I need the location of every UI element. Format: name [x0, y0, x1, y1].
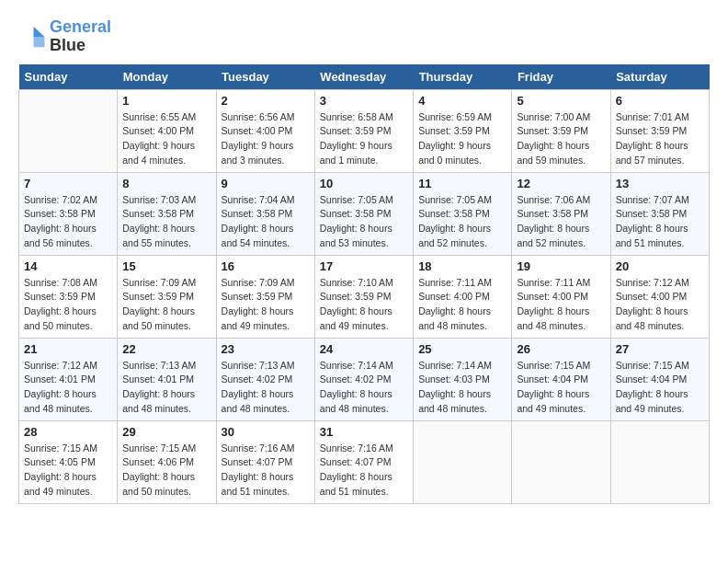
calendar-cell: 30Sunrise: 7:16 AMSunset: 4:07 PMDayligh…: [216, 420, 314, 503]
calendar-week-1: 1Sunrise: 6:55 AMSunset: 4:00 PMDaylight…: [19, 89, 710, 172]
day-info: Sunrise: 7:10 AMSunset: 3:59 PMDaylight:…: [320, 276, 408, 334]
calendar-cell: [512, 420, 610, 503]
calendar-week-3: 14Sunrise: 7:08 AMSunset: 3:59 PMDayligh…: [19, 255, 710, 338]
day-info: Sunrise: 7:16 AMSunset: 4:07 PMDaylight:…: [222, 442, 310, 500]
calendar-cell: 24Sunrise: 7:14 AMSunset: 4:02 PMDayligh…: [314, 338, 413, 420]
day-info: Sunrise: 6:56 AMSunset: 4:00 PMDaylight:…: [222, 110, 310, 168]
calendar-cell: 22Sunrise: 7:13 AMSunset: 4:01 PMDayligh…: [118, 338, 216, 420]
day-info: Sunrise: 7:07 AMSunset: 3:58 PMDaylight:…: [616, 193, 704, 251]
calendar-cell: 2Sunrise: 6:56 AMSunset: 4:00 PMDaylight…: [216, 89, 314, 172]
calendar-body: 1Sunrise: 6:55 AMSunset: 4:00 PMDaylight…: [19, 89, 710, 503]
day-number: 27: [616, 342, 704, 356]
logo-icon: [18, 23, 46, 51]
calendar-cell: 4Sunrise: 6:59 AMSunset: 3:59 PMDaylight…: [414, 89, 512, 172]
day-number: 4: [418, 94, 506, 108]
calendar-cell: 1Sunrise: 6:55 AMSunset: 4:00 PMDaylight…: [118, 89, 216, 172]
day-number: 12: [517, 177, 605, 190]
day-number: 28: [24, 425, 112, 439]
day-header-thursday: Thursday: [414, 64, 512, 90]
day-number: 9: [222, 177, 310, 190]
day-number: 13: [616, 177, 704, 190]
days-header-row: SundayMondayTuesdayWednesdayThursdayFrid…: [19, 64, 710, 90]
page-header: General Blue: [18, 18, 710, 55]
calendar-cell: 11Sunrise: 7:05 AMSunset: 3:58 PMDayligh…: [414, 172, 512, 255]
day-number: 26: [517, 342, 605, 356]
calendar-cell: [19, 89, 118, 172]
day-header-tuesday: Tuesday: [216, 64, 314, 90]
day-info: Sunrise: 7:00 AMSunset: 3:59 PMDaylight:…: [517, 110, 605, 168]
day-info: Sunrise: 6:59 AMSunset: 3:59 PMDaylight:…: [418, 110, 506, 168]
day-number: 6: [616, 94, 704, 108]
day-header-saturday: Saturday: [610, 64, 709, 90]
day-number: 11: [418, 177, 506, 190]
day-number: 15: [122, 259, 210, 273]
day-info: Sunrise: 7:13 AMSunset: 4:01 PMDaylight:…: [122, 359, 210, 417]
calendar-cell: 21Sunrise: 7:12 AMSunset: 4:01 PMDayligh…: [19, 338, 118, 420]
day-number: 24: [320, 342, 408, 356]
calendar-cell: [414, 420, 512, 503]
day-number: 8: [122, 177, 210, 190]
day-header-sunday: Sunday: [19, 64, 118, 90]
day-info: Sunrise: 7:11 AMSunset: 4:00 PMDaylight:…: [517, 276, 605, 334]
calendar-cell: 5Sunrise: 7:00 AMSunset: 3:59 PMDaylight…: [512, 89, 610, 172]
calendar-cell: 6Sunrise: 7:01 AMSunset: 3:59 PMDaylight…: [610, 89, 709, 172]
logo-text: General Blue: [50, 18, 111, 55]
day-info: Sunrise: 7:15 AMSunset: 4:06 PMDaylight:…: [122, 442, 210, 500]
calendar-cell: 16Sunrise: 7:09 AMSunset: 3:59 PMDayligh…: [216, 255, 314, 338]
calendar-cell: [610, 420, 709, 503]
calendar-cell: 23Sunrise: 7:13 AMSunset: 4:02 PMDayligh…: [216, 338, 314, 420]
day-number: 10: [320, 177, 408, 190]
calendar-cell: 25Sunrise: 7:14 AMSunset: 4:03 PMDayligh…: [414, 338, 512, 420]
day-info: Sunrise: 7:15 AMSunset: 4:04 PMDaylight:…: [517, 359, 605, 417]
calendar-cell: 8Sunrise: 7:03 AMSunset: 3:58 PMDaylight…: [118, 172, 216, 255]
day-number: 7: [24, 177, 112, 190]
day-number: 2: [222, 94, 310, 108]
day-info: Sunrise: 7:05 AMSunset: 3:58 PMDaylight:…: [320, 193, 408, 251]
day-number: 5: [517, 94, 605, 108]
day-info: Sunrise: 7:15 AMSunset: 4:04 PMDaylight:…: [616, 359, 704, 417]
calendar-cell: 26Sunrise: 7:15 AMSunset: 4:04 PMDayligh…: [512, 338, 610, 420]
day-info: Sunrise: 7:12 AMSunset: 4:00 PMDaylight:…: [616, 276, 704, 334]
day-header-monday: Monday: [118, 64, 216, 90]
day-info: Sunrise: 7:13 AMSunset: 4:02 PMDaylight:…: [222, 359, 310, 417]
svg-marker-1: [34, 37, 45, 47]
day-number: 16: [222, 259, 310, 273]
day-number: 1: [122, 94, 210, 108]
calendar-cell: 19Sunrise: 7:11 AMSunset: 4:00 PMDayligh…: [512, 255, 610, 338]
day-info: Sunrise: 7:05 AMSunset: 3:58 PMDaylight:…: [418, 193, 506, 251]
day-number: 29: [122, 425, 210, 439]
day-number: 25: [418, 342, 506, 356]
day-info: Sunrise: 7:03 AMSunset: 3:58 PMDaylight:…: [122, 193, 210, 251]
day-info: Sunrise: 7:14 AMSunset: 4:02 PMDaylight:…: [320, 359, 408, 417]
day-info: Sunrise: 7:04 AMSunset: 3:58 PMDaylight:…: [222, 193, 310, 251]
day-number: 3: [320, 94, 408, 108]
calendar-table: SundayMondayTuesdayWednesdayThursdayFrid…: [18, 64, 710, 504]
day-number: 19: [517, 259, 605, 273]
day-info: Sunrise: 7:02 AMSunset: 3:58 PMDaylight:…: [24, 193, 112, 251]
day-number: 17: [320, 259, 408, 273]
day-number: 22: [122, 342, 210, 356]
calendar-week-2: 7Sunrise: 7:02 AMSunset: 3:58 PMDaylight…: [19, 172, 710, 255]
day-number: 30: [222, 425, 310, 439]
calendar-week-5: 28Sunrise: 7:15 AMSunset: 4:05 PMDayligh…: [19, 420, 710, 503]
day-info: Sunrise: 7:09 AMSunset: 3:59 PMDaylight:…: [222, 276, 310, 334]
calendar-cell: 13Sunrise: 7:07 AMSunset: 3:58 PMDayligh…: [610, 172, 709, 255]
calendar-cell: 27Sunrise: 7:15 AMSunset: 4:04 PMDayligh…: [610, 338, 709, 420]
day-info: Sunrise: 6:55 AMSunset: 4:00 PMDaylight:…: [122, 110, 210, 168]
calendar-cell: 15Sunrise: 7:09 AMSunset: 3:59 PMDayligh…: [118, 255, 216, 338]
calendar-cell: 28Sunrise: 7:15 AMSunset: 4:05 PMDayligh…: [19, 420, 118, 503]
day-info: Sunrise: 7:16 AMSunset: 4:07 PMDaylight:…: [320, 442, 408, 500]
svg-marker-0: [34, 27, 45, 37]
day-number: 14: [24, 259, 112, 273]
day-number: 31: [320, 425, 408, 439]
day-number: 21: [24, 342, 112, 356]
calendar-cell: 7Sunrise: 7:02 AMSunset: 3:58 PMDaylight…: [19, 172, 118, 255]
calendar-cell: 31Sunrise: 7:16 AMSunset: 4:07 PMDayligh…: [314, 420, 413, 503]
calendar-cell: 20Sunrise: 7:12 AMSunset: 4:00 PMDayligh…: [610, 255, 709, 338]
day-info: Sunrise: 7:14 AMSunset: 4:03 PMDaylight:…: [418, 359, 506, 417]
calendar-cell: 17Sunrise: 7:10 AMSunset: 3:59 PMDayligh…: [314, 255, 413, 338]
day-info: Sunrise: 7:09 AMSunset: 3:59 PMDaylight:…: [122, 276, 210, 334]
calendar-cell: 18Sunrise: 7:11 AMSunset: 4:00 PMDayligh…: [414, 255, 512, 338]
calendar-cell: 10Sunrise: 7:05 AMSunset: 3:58 PMDayligh…: [314, 172, 413, 255]
day-header-wednesday: Wednesday: [314, 64, 413, 90]
